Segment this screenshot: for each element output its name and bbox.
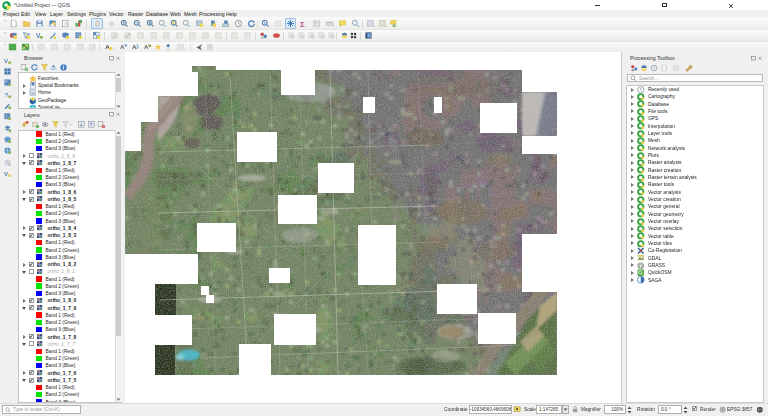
svg-text:A: A	[144, 43, 149, 50]
svg-text:A: A	[120, 43, 125, 50]
svg-text:?: ?	[4, 90, 8, 97]
svg-text:V: V	[4, 56, 9, 63]
svg-text:Σ: Σ	[300, 19, 305, 27]
